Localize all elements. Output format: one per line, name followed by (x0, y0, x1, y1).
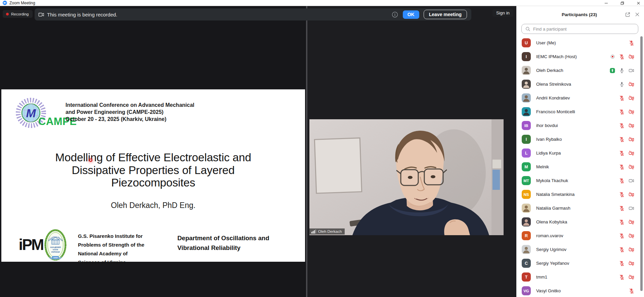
mic-muted-icon (619, 219, 625, 225)
participant-row[interactable]: LLidiya Kurpa (516, 146, 642, 160)
cam-off-icon (628, 219, 635, 225)
participant-row[interactable]: MTMykola Tkachuk (516, 174, 642, 187)
close-button[interactable] (635, 0, 642, 6)
mic-muted-icon (619, 260, 625, 266)
participant-row[interactable]: Olena Kobylska (516, 215, 642, 229)
participant-name: Olena Strelnikova (536, 82, 571, 87)
emblem-text-line: НАУК (53, 249, 58, 251)
window-title: Zoom Meeting (9, 1, 35, 5)
participant-name: Olena Kobylska (536, 219, 567, 224)
participant-avatar: NS (522, 190, 531, 199)
cam-off-icon (628, 150, 635, 156)
participant-row[interactable]: NSNatalia Smetankina (516, 187, 642, 201)
institute-text: G.S. Pisarenko Institute for Problems of… (78, 232, 144, 267)
participants-scrollbar[interactable] (640, 36, 643, 291)
participant-row[interactable]: IIEMC IPMach (Host) (516, 50, 642, 63)
participant-row[interactable]: UUser (Me) (516, 36, 642, 50)
mic-muted-icon (619, 247, 625, 253)
ok-button[interactable]: OK (403, 10, 419, 19)
mic-on-icon (619, 81, 625, 87)
video-tile-oleh-derkach: Oleh Derkach (309, 119, 504, 235)
participant-row[interactable]: CSergiy Yepifanov (516, 256, 642, 270)
mic-muted-icon (629, 40, 635, 46)
institute-line: G.S. Pisarenko Institute for (78, 232, 144, 241)
participant-row[interactable]: IIvan Rybalko (516, 132, 642, 146)
participant-row[interactable]: VGVasyl Gnitko (516, 284, 642, 297)
cam-on-icon (628, 205, 635, 211)
institute-line: Problems of Strength of the (78, 241, 144, 249)
participant-row[interactable]: Ttmm1 (516, 270, 642, 284)
cam-off-icon (628, 136, 635, 142)
participant-photo-avatar (522, 107, 531, 116)
svg-text:M: M (26, 107, 36, 120)
participant-status-icons (619, 233, 635, 239)
slide-title: Modelling of Effective Electroelastic an… (1, 151, 305, 189)
ipm-logo-text: iPM (19, 236, 43, 253)
participant-row[interactable]: Olena Strelnikova (516, 77, 642, 91)
video-name-label: Oleh Derkach (309, 228, 345, 235)
participant-avatar: VG (522, 286, 531, 295)
sign-in-button[interactable]: Sign in (492, 9, 513, 17)
popout-panel-icon[interactable] (625, 12, 631, 17)
meeting-main-area: Recording This meeting is being recorded… (0, 6, 516, 297)
cam-off-icon (628, 54, 635, 60)
zoom-meeting-window: Zoom Meeting Recording (0, 0, 644, 297)
participant-avatar: C (522, 259, 531, 268)
info-icon[interactable] (391, 11, 398, 18)
participant-name: roman.uvarov (536, 233, 563, 238)
participant-name: Oleh Derkach (536, 68, 563, 73)
leave-meeting-button[interactable]: Leave meeting (424, 10, 467, 19)
participant-avatar: M (522, 162, 531, 171)
participant-name: Francisco Monticelli (536, 109, 575, 114)
pane-divider[interactable] (306, 6, 307, 297)
participant-search (521, 24, 638, 34)
mic-muted-icon (619, 54, 625, 60)
participant-status-icons (619, 247, 635, 253)
participant-row[interactable]: Oleh Derkach (516, 63, 642, 77)
participant-avatar: IB (522, 121, 531, 130)
participant-avatar: T (522, 272, 531, 282)
participant-name: tmm1 (536, 274, 547, 280)
camera-record-icon (38, 11, 44, 18)
conference-line: October 20 - 23, 2025 (Kharkiv, Ukraine) (66, 116, 195, 123)
participant-name: Andrii Kondratiev (536, 95, 570, 100)
cam-on-icon (628, 68, 635, 74)
participant-name: ihor bovdui (536, 123, 558, 128)
recording-indicator: Recording (3, 10, 33, 18)
recording-dot-icon (6, 13, 9, 15)
participant-name: User (Me) (536, 40, 556, 45)
webcam-video-image (309, 119, 504, 235)
participant-status-icons (619, 274, 635, 280)
laser-pointer-dot (89, 159, 92, 162)
participant-row[interactable]: Sergiy Ugrimov (516, 243, 642, 256)
participants-panel-header: Participants (23) (516, 9, 644, 20)
institute-line: National Academy of (78, 249, 144, 258)
participant-avatar: L (522, 148, 531, 158)
participant-row[interactable]: Andrii Kondratiev (516, 91, 642, 105)
conference-line: International Conference on Advanced Mec… (66, 101, 195, 109)
minimize-button[interactable] (602, 0, 610, 6)
restore-button[interactable] (618, 0, 626, 6)
academy-emblem: НАЦІОНАЛЬНА АКАДЕМІЯ НАУК УКРАЇНИ 1918 (44, 229, 67, 261)
participant-row[interactable]: IBihor bovdui (516, 119, 642, 132)
participant-name: Vasyl Gnitko (536, 288, 561, 293)
cam-off-icon (628, 95, 635, 101)
participant-row[interactable]: Francisco Monticelli (516, 105, 642, 119)
search-input[interactable] (532, 26, 635, 32)
participant-row[interactable]: MMelnik (516, 160, 642, 174)
participant-photo-avatar (522, 93, 531, 102)
participant-row[interactable]: Nataliia Garmash (516, 201, 642, 215)
participant-name: Ivan Rybalko (536, 137, 562, 142)
conference-header: International Conference on Advanced Mec… (66, 101, 195, 123)
mic-muted-icon (619, 136, 625, 142)
participant-name: IEMC IPMach (Host) (536, 54, 577, 59)
close-panel-icon[interactable] (635, 12, 640, 17)
participant-status-icons (619, 95, 635, 101)
participant-name: Nataliia Garmash (536, 206, 570, 211)
participants-panel: Participants (23) UUser (Me)IIEMC IPMach… (516, 6, 644, 297)
participant-name: Sergiy Ugrimov (536, 247, 566, 252)
slide-title-line: Piezocomposites (1, 176, 305, 189)
participant-avatar: I (522, 52, 531, 61)
mic-muted-icon (619, 95, 625, 101)
participant-row[interactable]: Rroman.uvarov (516, 229, 642, 243)
